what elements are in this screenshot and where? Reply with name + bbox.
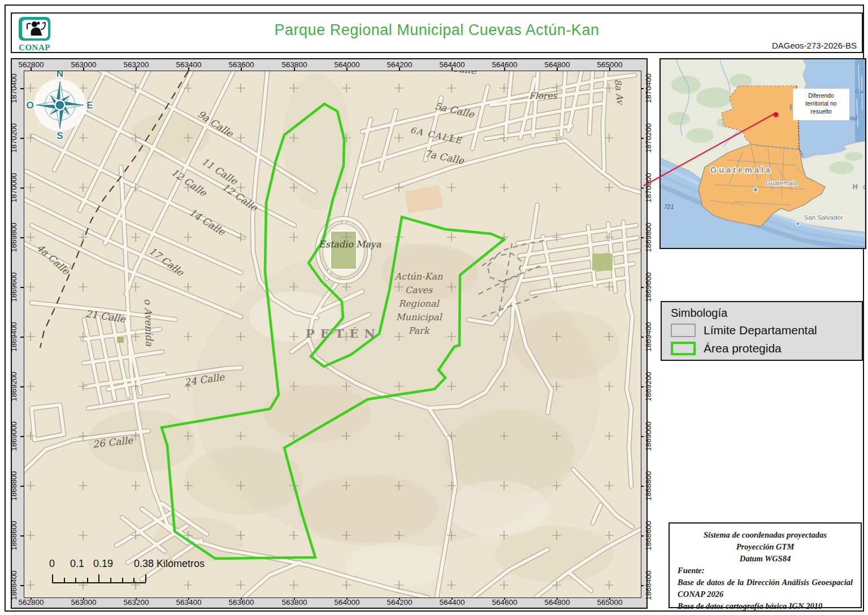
protected-area-swatch (671, 342, 696, 355)
san-salvador-dot (796, 222, 800, 226)
scalebar-tick (64, 578, 65, 582)
main-map-canvas: NSEO 9a Calle11 Calle12 Calle12 Calle14 … (24, 71, 641, 598)
department-label: PETÉN (306, 326, 381, 341)
grid-label-y-right: 1868400 (644, 569, 653, 603)
scalebar-tick (110, 578, 111, 582)
scalebar-tick (98, 574, 99, 582)
grid-label-y-right: 1870200 (644, 121, 653, 155)
grid-label-y-right: 1870400 (644, 72, 653, 106)
grid-label-y-left: 1868800 (10, 469, 18, 503)
scalebar-tick (75, 578, 76, 582)
street-label: o Avenida (142, 299, 155, 347)
grid-label-y-left: 1869200 (10, 370, 18, 404)
grid-label-y-left: 1868400 (10, 569, 18, 603)
header: CONAP Parque Regional Municipal Cuevas A… (11, 12, 863, 53)
city2-label: San Salvador (804, 214, 843, 221)
honduras-label: H o (853, 183, 865, 191)
datum-line: Datum WGS84 (678, 553, 853, 565)
source-line-1: Base de datos de la Dirección Análisis G… (678, 577, 853, 600)
scalebar-tick-label: 0.19 (93, 558, 105, 570)
scale-bar: 00.10.190.38 Kilómetros (47, 558, 233, 587)
grid-label-y-right: 1868600 (644, 519, 653, 553)
city-label: Guatemala (766, 180, 798, 186)
park-label-line: Caves (374, 283, 464, 297)
legend-title: Simbología (671, 307, 727, 320)
conap-logo-text: CONAP (17, 43, 52, 51)
legend-item-area: Área protegida (671, 341, 782, 356)
park-label-line: Municipal (374, 311, 464, 324)
grid-label-y-right: 1869600 (644, 271, 653, 304)
scalebar-tick (122, 578, 123, 582)
document-id: DAGeos-273-2026-BS (772, 41, 857, 50)
guatemala-city-dot (753, 187, 758, 192)
grid-label-y-left: 1869800 (10, 221, 18, 255)
source-line-2: Base de datos cartografía básica IGN 201… (678, 600, 853, 612)
grid-label-y-left: 1869600 (10, 271, 18, 304)
map-title: Parque Regional Municipal Cuevas Actún-K… (12, 21, 862, 39)
scalebar-rule (52, 574, 146, 583)
grid-label-y-right: 1869000 (644, 420, 653, 453)
park-label-line: Regional (374, 297, 464, 311)
grid-label-y-right: 1869800 (644, 221, 653, 255)
scalebar-tick (87, 578, 88, 582)
legend-item-limite: Límite Departamental (671, 322, 817, 338)
grid-label-y-left: 1870400 (10, 72, 18, 106)
grid-label-y-left: 1869000 (10, 420, 18, 453)
projection-line: Proyección GTM (678, 541, 853, 553)
grid-label-y-right: 1870000 (644, 171, 653, 205)
country-label: Guatemala (710, 165, 772, 175)
protected-area-label: Actún-KanCavesRegionalMunicipalPark (374, 270, 464, 338)
inset-number-label: 721 (664, 203, 674, 210)
svg-text:territorial no: territorial no (805, 100, 837, 107)
park-label-line: Park (374, 324, 464, 338)
crs-line: Sistema de coordenadas proyectadas (678, 529, 853, 541)
grid-label-y-right: 1869400 (644, 320, 653, 354)
scalebar-tick (145, 574, 146, 582)
grid-label-y-left: 1869400 (10, 320, 18, 354)
main-map-frame: 5628005628005630005630005632005632005634… (11, 58, 648, 609)
svg-text:Diferendo: Diferendo (808, 92, 834, 99)
park-label-line: Actún-Kan (374, 270, 464, 283)
scalebar-tick (133, 578, 134, 582)
inset-locator-map: B Gu Hond Guatemala Guatemala San Salvad… (659, 58, 866, 249)
grid-label-y-left: 1868600 (10, 519, 18, 553)
flores-label: Flores (529, 91, 557, 101)
svg-text:resuelto: resuelto (810, 108, 832, 115)
scalebar-tick-label: 0.1 (70, 558, 81, 570)
grid-label-y-right: 1869200 (644, 370, 653, 404)
scalebar-tick-label: 0 (46, 558, 58, 570)
departmental-limit-swatch (671, 324, 696, 337)
legend: Simbología Límite Departamental Área pro… (661, 301, 863, 361)
grid-label-y-left: 1870200 (10, 121, 18, 155)
inset-map-graphic: B Gu Hond Guatemala Guatemala San Salvad… (661, 59, 865, 248)
scalebar-tick (52, 574, 53, 582)
stadium-label: Estadio Maya (319, 239, 381, 250)
park-location-dot (774, 112, 779, 117)
grid-label-y-right: 1868800 (644, 469, 653, 503)
map-document-page: CONAP Parque Regional Municipal Cuevas A… (0, 0, 868, 615)
sea-label-1: Gu (855, 88, 863, 94)
fuente-label: Fuente: (678, 565, 853, 577)
scalebar-end-label: 0.38 Kilómetros (134, 558, 205, 570)
grid-label-y-left: 1870000 (10, 171, 18, 205)
metadata-box: Sistema de coordenadas proyectadas Proye… (669, 522, 862, 608)
